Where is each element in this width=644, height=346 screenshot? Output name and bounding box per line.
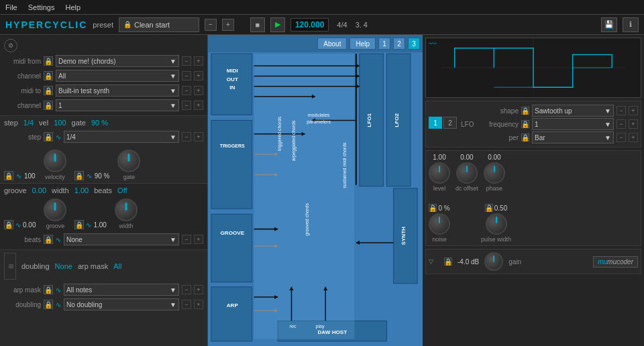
per-plus[interactable]: + [629, 133, 638, 142]
freq-lock[interactable]: 🔒 [521, 120, 529, 128]
beats-plus[interactable]: + [194, 235, 203, 244]
menu-settings[interactable]: Settings [28, 3, 55, 11]
svg-text:grooved chords: grooved chords [305, 203, 310, 236]
groove-knob[interactable] [44, 198, 66, 221]
info-icon-btn[interactable]: ℹ [623, 17, 639, 32]
about-btn[interactable]: About [317, 38, 347, 50]
groove-lock[interactable]: 🔒 [4, 220, 13, 229]
pulse-lock[interactable]: 🔒 [485, 204, 493, 212]
doubling-minus[interactable]: − [182, 300, 191, 309]
width-lock[interactable]: 🔒 [74, 220, 84, 229]
midi-to-plus[interactable]: + [194, 86, 203, 95]
stop-btn[interactable]: ■ [250, 17, 265, 32]
channel-dropdown[interactable]: All ▼ [56, 70, 179, 82]
beats-value: Off [117, 186, 127, 194]
beats-dropdown[interactable]: None ▼ [64, 233, 179, 245]
shape-plus[interactable]: + [629, 106, 638, 115]
lfo-tab-2[interactable]: 2 [443, 117, 457, 129]
velocity-knob[interactable] [44, 150, 66, 172]
shape-minus[interactable]: − [616, 106, 626, 115]
channel-lock[interactable]: 🔒 [44, 71, 53, 80]
phase-knob[interactable] [484, 162, 505, 184]
freq-minus[interactable]: − [616, 119, 626, 129]
shape-label: shape [485, 107, 519, 115]
arp-mask-minus[interactable]: − [182, 285, 191, 294]
doubling-lock[interactable]: 🔒 [44, 300, 53, 309]
frequency-dropdown[interactable]: 1 ▼ [532, 118, 614, 130]
svg-text:OUT: OUT [227, 76, 238, 82]
menu-file[interactable]: File [5, 3, 17, 11]
groove2-val: 0.00 [23, 221, 36, 229]
beats-lock[interactable]: 🔒 [44, 235, 53, 244]
menu-help[interactable]: Help [65, 3, 80, 11]
channel2-minus[interactable]: − [182, 101, 191, 110]
level-knob[interactable] [429, 162, 450, 184]
doubling-dropdown[interactable]: No doubling ▼ [64, 298, 179, 310]
gate-knob[interactable] [117, 150, 140, 172]
noise-label: noise [432, 236, 447, 243]
svg-text:DAW HOST: DAW HOST [317, 329, 347, 335]
num-btn-3[interactable]: 3 [408, 38, 420, 50]
midi-to-dropdown[interactable]: Built-in test synth ▼ [56, 84, 179, 97]
midi-from-dropdown[interactable]: Demo me! (chords) ▼ [56, 55, 179, 67]
freq-plus[interactable]: + [629, 119, 638, 129]
step2-minus[interactable]: − [182, 132, 191, 141]
midi-to-label: midi to [4, 87, 41, 95]
arp-mask-lock[interactable]: 🔒 [44, 285, 53, 294]
channel-plus[interactable]: + [194, 71, 203, 80]
lfo-tab-1[interactable]: 1 [429, 117, 442, 129]
channel2-plus[interactable]: + [194, 101, 203, 110]
svg-text:arpeggiated chords: arpeggiated chords [291, 120, 297, 161]
midi-icon: ⚙ [4, 39, 17, 52]
per-minus[interactable]: − [616, 133, 626, 142]
width-knob-label: width [119, 223, 133, 229]
arp-mask-dropdown[interactable]: All notes ▼ [64, 284, 179, 296]
shape-lock[interactable]: 🔒 [521, 107, 529, 115]
doubling-plus[interactable]: + [194, 300, 203, 309]
preset-plus-btn[interactable]: + [222, 19, 234, 31]
per-lock[interactable]: 🔒 [521, 133, 529, 141]
noise-knob[interactable] [429, 213, 450, 235]
gain-section: ▽ 🔒 -4.0 dB gain mumucoder [425, 249, 641, 274]
gate-lock[interactable]: 🔒 [74, 171, 84, 180]
preset-minus-btn[interactable]: − [205, 19, 217, 31]
vel-value: 100 [54, 119, 66, 127]
arp-mask-plus[interactable]: + [194, 285, 203, 294]
midi-from-minus[interactable]: − [182, 56, 191, 66]
num-btn-1[interactable]: 1 [378, 38, 390, 50]
phase-knob-group: 0.00 phase [484, 154, 505, 192]
per-dropdown[interactable]: Bar ▼ [532, 131, 614, 143]
vel-wave-icon: ∿ [16, 172, 21, 180]
midi-from-lock[interactable]: 🔒 [44, 56, 53, 66]
noise-lock[interactable]: 🔒 [429, 204, 437, 212]
save-icon-btn[interactable]: 💾 [601, 17, 617, 32]
gain-lock[interactable]: 🔒 [444, 257, 452, 266]
svg-rect-1 [211, 120, 252, 209]
help-btn[interactable]: Help [350, 38, 376, 50]
step2-dropdown[interactable]: 1/4 ▼ [64, 131, 179, 143]
num-btn-2[interactable]: 2 [393, 38, 405, 50]
bpm-display[interactable]: 120.000 [290, 18, 329, 32]
vel-lock[interactable]: 🔒 [4, 171, 13, 180]
channel-minus[interactable]: − [182, 71, 191, 80]
play-btn[interactable]: ▶ [270, 17, 285, 32]
arp-mask-value: All [113, 262, 121, 270]
channel2-lock[interactable]: 🔒 [44, 101, 53, 110]
midi-to-lock[interactable]: 🔒 [44, 86, 53, 95]
midi-from-plus[interactable]: + [194, 56, 203, 66]
dc-offset-knob[interactable] [456, 162, 478, 184]
groove-label: groove [4, 186, 27, 194]
beats-minus[interactable]: − [182, 235, 191, 244]
channel2-dropdown[interactable]: 1 ▼ [56, 99, 179, 111]
per-label: per [485, 134, 519, 141]
pulse-width-knob[interactable] [486, 213, 507, 235]
step2-plus[interactable]: + [194, 132, 203, 141]
shape-dropdown[interactable]: Sawtooth up ▼ [532, 105, 614, 117]
gain-knob[interactable] [484, 252, 503, 271]
groove-wave-icon: ∿ [15, 221, 21, 229]
width-knob[interactable] [115, 198, 138, 221]
step-lock[interactable]: 🔒 [44, 132, 53, 141]
midi-to-minus[interactable]: − [182, 86, 191, 95]
phase-val: 0.00 [488, 154, 500, 161]
arp-mask-wave: ∿ [56, 286, 61, 294]
